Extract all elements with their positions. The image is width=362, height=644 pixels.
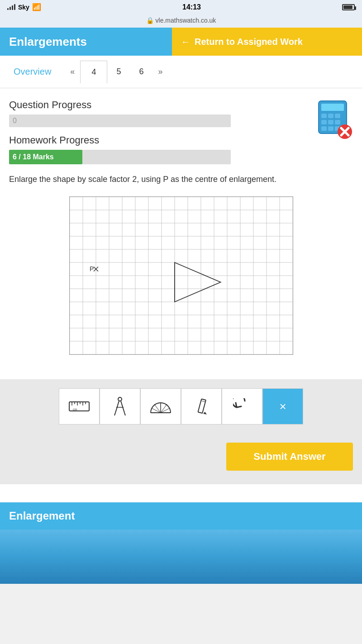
svg-line-33 xyxy=(161,408,170,413)
next-arrow[interactable]: » xyxy=(152,62,168,81)
spacer xyxy=(0,484,362,502)
submit-answer-button[interactable]: Submit Answer xyxy=(226,443,353,471)
undo-tool-button[interactable] xyxy=(222,388,262,425)
status-right xyxy=(342,4,355,10)
battery-icon xyxy=(342,4,355,10)
return-button[interactable]: ← Return to Assigned Work xyxy=(172,28,362,56)
svg-text:cm: cm xyxy=(73,408,77,411)
svg-rect-5 xyxy=(321,120,327,124)
svg-rect-7 xyxy=(335,120,340,124)
drawing-grid[interactable] xyxy=(70,197,293,354)
svg-line-30 xyxy=(154,404,161,413)
url-bar: 🔒 vle.mathswatch.co.uk xyxy=(0,14,362,28)
header: Enlargements ← Return to Assigned Work xyxy=(0,28,362,56)
signal-icon xyxy=(7,4,15,10)
question-progress-label: Question Progress xyxy=(9,99,312,111)
lock-icon: 🔒 xyxy=(146,17,154,24)
svg-line-26 xyxy=(114,413,115,415)
calculator-icon[interactable] xyxy=(317,99,353,135)
prev-arrow[interactable]: « xyxy=(65,62,80,81)
return-arrow-icon: ← xyxy=(181,37,190,47)
protractor-tool-button[interactable] xyxy=(140,388,181,425)
svg-line-24 xyxy=(121,401,124,413)
footer-title: Enlargement xyxy=(9,510,353,522)
svg-line-32 xyxy=(152,408,161,413)
grid-wrapper[interactable] xyxy=(69,196,293,355)
page-title: Enlargements xyxy=(0,28,172,56)
tab-4[interactable]: 4 xyxy=(80,61,107,83)
submit-area: Submit Answer xyxy=(0,434,362,484)
question-text: Enlarge the shape by scale factor 2, usi… xyxy=(9,173,353,186)
tab-5[interactable]: 5 xyxy=(107,62,130,81)
ruler-tool-button[interactable]: cm xyxy=(59,388,100,425)
close-icon: × xyxy=(279,400,286,414)
svg-rect-3 xyxy=(328,114,333,118)
svg-rect-4 xyxy=(335,114,340,118)
footer-section: Enlargement xyxy=(0,502,362,530)
question-progress-value: 0 xyxy=(13,117,17,125)
homework-progress-bar: 6 / 18 Marks xyxy=(9,150,231,164)
main-content: Question Progress 0 Homework Progress 6 … xyxy=(0,88,362,379)
return-label: Return to Assigned Work xyxy=(195,37,303,47)
svg-line-27 xyxy=(124,413,125,415)
footer-image xyxy=(0,530,362,584)
svg-rect-6 xyxy=(328,120,333,124)
tab-overview[interactable]: Overview xyxy=(5,62,60,81)
grid-container[interactable] xyxy=(9,196,353,355)
progress-section: Question Progress 0 Homework Progress 6 … xyxy=(9,99,353,164)
tools-toolbar: cm xyxy=(9,388,353,425)
svg-rect-9 xyxy=(328,126,333,131)
compass-tool-button[interactable] xyxy=(100,388,140,425)
svg-line-35 xyxy=(201,401,205,402)
svg-rect-8 xyxy=(321,126,327,131)
svg-line-31 xyxy=(161,404,167,413)
homework-progress-label: Homework Progress xyxy=(9,134,312,146)
carrier-label: Sky xyxy=(18,4,29,11)
svg-rect-1 xyxy=(321,104,344,111)
svg-line-23 xyxy=(115,401,119,413)
url-text: vle.mathswatch.co.uk xyxy=(156,17,216,24)
wifi-icon: 📶 xyxy=(32,3,41,11)
tab-6[interactable]: 6 xyxy=(130,62,152,81)
status-bar: Sky 📶 14:13 xyxy=(0,0,362,14)
homework-progress-value: 6 / 18 Marks xyxy=(13,153,54,161)
tools-area: cm xyxy=(0,379,362,434)
time-display: 14:13 xyxy=(182,3,201,11)
progress-left: Question Progress 0 Homework Progress 6 … xyxy=(9,99,312,164)
question-progress-bar: 0 xyxy=(9,114,231,127)
svg-rect-2 xyxy=(321,114,327,118)
pencil-tool-button[interactable] xyxy=(181,388,222,425)
svg-point-22 xyxy=(118,397,122,401)
clear-tool-button[interactable]: × xyxy=(262,388,303,425)
status-left: Sky 📶 xyxy=(7,3,41,11)
nav-tabs: Overview « 4 5 6 » xyxy=(0,56,362,88)
